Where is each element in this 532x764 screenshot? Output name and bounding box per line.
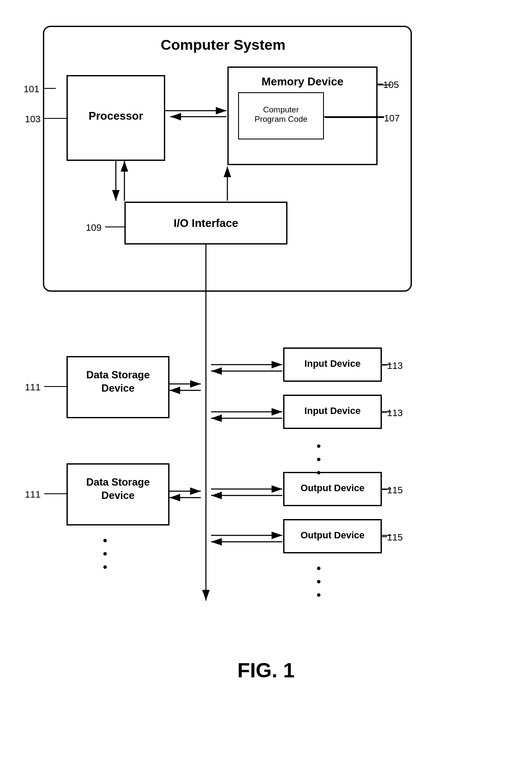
ref-113-1: 113 [387,360,403,371]
program-code-label: Computer Program Code [240,105,322,124]
ref-115-1-line [382,489,387,490]
processor-label: Processor [71,109,161,123]
memory-device-label: Memory Device [230,75,375,88]
ref-115-2: 115 [387,532,403,543]
ref-115-2-line [382,536,387,537]
dots-storage: ••• [103,534,108,574]
ref-107-line [325,117,384,118]
ref-101: 101 [24,84,39,95]
computer-system-title: Computer System [0,36,446,53]
ref-111-2-line [44,493,66,494]
output-device-label-2: Output Device [285,530,380,541]
ref-113-2: 113 [387,408,403,419]
ref-113-1-line [382,365,387,365]
dots-input-output: ••• [317,440,322,479]
ref-109-line [105,226,124,227]
data-storage-label-2: Data Storage Device [69,475,167,502]
io-interface-label: I/O Interface [127,217,285,230]
ref-103-line [44,118,66,119]
ref-101-line [43,88,56,89]
ref-107: 107 [384,113,400,124]
ref-111-1: 111 [25,382,41,393]
figure-label: FIG. 1 [0,658,532,682]
ref-105: 105 [383,79,399,91]
input-device-label-1: Input Device [285,358,380,369]
ref-113-2-line [382,412,387,413]
ref-103: 103 [25,114,41,125]
output-device-label-1: Output Device [285,483,380,494]
ref-111-2: 111 [25,489,41,500]
ref-109: 109 [86,222,102,233]
ref-105-line [378,84,383,85]
input-device-label-2: Input Device [285,405,380,417]
dots-output-bottom: ••• [317,562,322,601]
data-storage-label-1: Data Storage Device [69,368,167,395]
ref-115-1: 115 [387,485,403,496]
ref-111-1-line [44,386,66,387]
